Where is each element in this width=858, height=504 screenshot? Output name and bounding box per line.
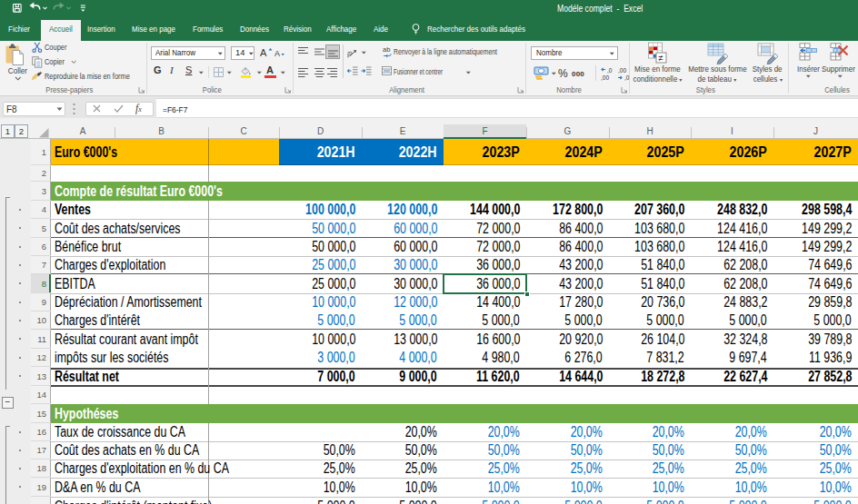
svg-text:A: A (274, 49, 280, 58)
svg-text:≠: ≠ (658, 53, 663, 63)
svg-text:A: A (260, 47, 267, 58)
svg-text:ab: ab (383, 45, 390, 54)
